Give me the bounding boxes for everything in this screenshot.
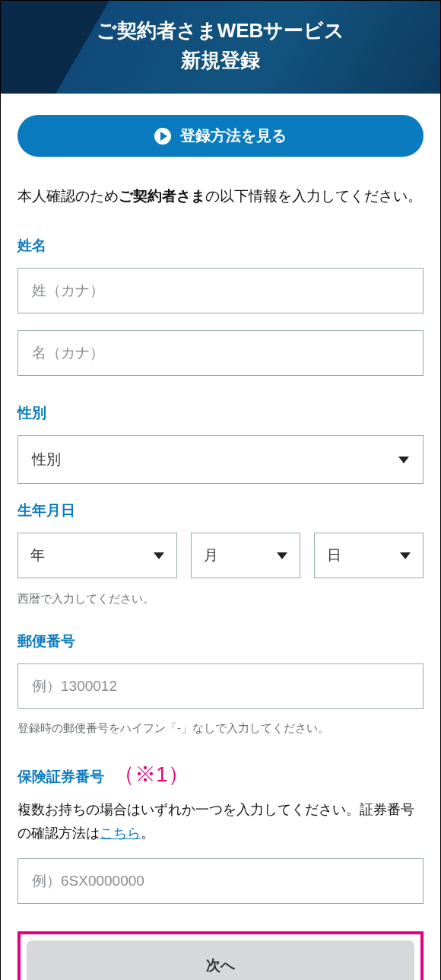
gender-select-value: 性別 bbox=[32, 450, 61, 469]
postal-hint: 登録時の郵便番号をハイフン「-」なしで入力してください。 bbox=[17, 718, 424, 738]
policy-help-link[interactable]: こちら bbox=[100, 826, 141, 841]
next-highlight-frame: 次へ bbox=[17, 931, 424, 980]
page-header: ご契約者さまWEBサービス 新規登録 bbox=[1, 1, 440, 94]
chevron-down-icon bbox=[398, 457, 409, 463]
view-guide-button[interactable]: 登録方法を見る bbox=[17, 115, 424, 157]
dob-year-select[interactable]: 年 bbox=[17, 533, 177, 578]
next-button[interactable]: 次へ bbox=[27, 940, 414, 980]
header-line1: ご契約者さまWEBサービス bbox=[8, 16, 433, 46]
policy-number-input[interactable] bbox=[17, 858, 424, 904]
policy-marker: （※1） bbox=[113, 760, 189, 789]
dob-year-value: 年 bbox=[30, 546, 45, 565]
gender-label: 性別 bbox=[17, 403, 424, 423]
dob-day-value: 日 bbox=[327, 546, 341, 565]
chevron-down-icon bbox=[277, 552, 287, 559]
last-name-kana-input[interactable] bbox=[17, 268, 424, 313]
view-guide-label: 登録方法を見る bbox=[180, 126, 287, 146]
next-button-label: 次へ bbox=[206, 957, 235, 973]
intro-text: 本人確認のためご契約者さまの以下情報を入力してください。 bbox=[17, 184, 424, 208]
header-line2: 新規登録 bbox=[8, 46, 433, 75]
gender-select[interactable]: 性別 bbox=[17, 435, 424, 484]
policy-note: 複数お持ちの場合はいずれか一つを入力してください。証券番号の確認方法はこちら。 bbox=[17, 798, 424, 845]
play-icon bbox=[154, 128, 171, 145]
dob-month-select[interactable]: 月 bbox=[191, 533, 300, 578]
policy-label: 保険証券番号 bbox=[17, 767, 104, 787]
chevron-down-icon bbox=[400, 552, 411, 559]
dob-month-value: 月 bbox=[204, 546, 218, 565]
postal-code-input[interactable] bbox=[17, 663, 424, 709]
dob-hint: 西暦で入力してください。 bbox=[17, 589, 424, 609]
dob-label: 生年月日 bbox=[17, 501, 424, 520]
postal-label: 郵便番号 bbox=[17, 632, 424, 651]
chevron-down-icon bbox=[154, 552, 164, 559]
name-label: 姓名 bbox=[17, 236, 424, 256]
dob-day-select[interactable]: 日 bbox=[314, 533, 424, 578]
first-name-kana-input[interactable] bbox=[17, 330, 424, 376]
